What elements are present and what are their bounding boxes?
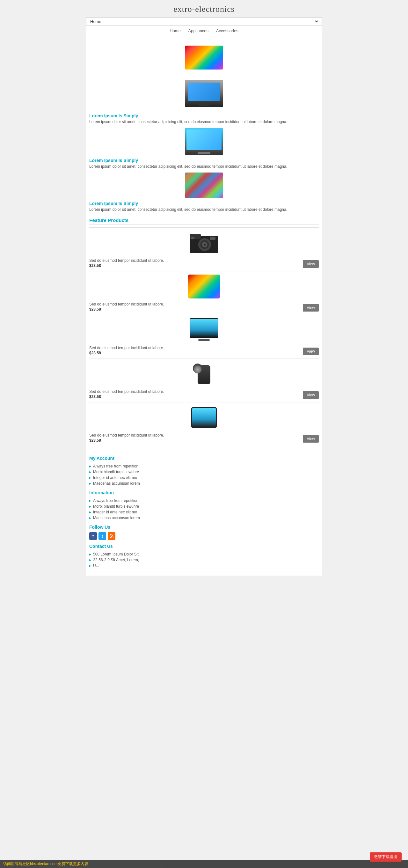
carousel-img-monitors [185,128,223,155]
content-wrapper: Home Appliances Accessories Lorem Ipsum … [86,26,322,576]
svg-rect-6 [210,237,216,240]
nav-bar: Home Home Appliances Accessories [86,17,322,26]
svg-point-8 [109,537,111,538]
my-account-heading: My Account [89,456,319,461]
phone-grip-img [188,362,220,386]
information-link-4[interactable]: Maecenas accumsan lorem [93,516,140,520]
facebook-icon[interactable]: f [89,532,97,540]
tablet-img [188,406,220,430]
rss-svg [109,534,114,538]
product-price-2: $23.58 [89,307,319,312]
nav-wrapper: Home Home Appliances Accessories [86,17,322,26]
product-price-5: $23.58 [89,438,319,443]
my-account-link-4[interactable]: Maecenas accumsan lorem [93,481,140,486]
view-button-1[interactable]: View [303,260,319,268]
section-heading-2: Lorem Ipsum Is Simply [89,158,319,163]
product-desc-2: Sed do eiusmod tempor incididunt ut labo… [89,302,319,306]
my-account-list: Always free from repetition Morbi blandi… [89,463,319,486]
product-image-monitor [89,318,319,343]
category-nav: Home Appliances Accessories [86,26,322,36]
view-button-3[interactable]: View [303,348,319,355]
carousel-image-3 [89,128,319,156]
section-heading-3: Lorem Ipsum Is Simply [89,201,319,206]
main-content: Lorem Ipsum Is Simply Lorem ipsum dolor … [86,36,322,453]
information-item-3: Integer id ante nec elit mo [89,509,319,515]
bbs-bar: 访问同号与社区bbs.xienlao.com免费下载更多内容 [0,860,408,868]
section-text-2: Lorem ipsum dolor sit amet, consectetur … [89,163,319,169]
product-price-3: $23.58 [89,351,319,355]
footer-my-account: My Account Always free from repetition M… [86,453,322,576]
cat-nav-home[interactable]: Home [169,28,181,33]
contact-line-3: U... [89,563,319,568]
cat-nav-accessories[interactable]: Accessories [216,28,239,33]
site-header: extro-electronics [0,0,408,17]
nav-dropdown[interactable]: Home Home Appliances Accessories [89,19,319,24]
my-account-link-3[interactable]: Integer id ante nec elit mo [93,475,137,480]
product-image-phone-grip [89,362,319,387]
feature-product-3: Sed do eiusmod tempor incididunt ut labo… [89,315,319,359]
product-image-phones [89,275,319,300]
product-desc-1: Sed do eiusmod tempor incididunt ut labo… [89,258,319,263]
section-text-1: Lorem ipsum dolor sit amet, consectetur … [89,119,319,125]
phones-img [188,275,220,299]
my-account-link-2[interactable]: Morbi blandit turpis ewuhre [93,470,139,474]
section-heading-1: Lorem Ipsum Is Simply [89,113,319,118]
contact-us-list: 500 Lorem Ipsum Dolor Sit, 22-56-2-9 Sit… [89,551,319,568]
rss-icon[interactable] [108,532,115,540]
information-link-3[interactable]: Integer id ante nec elit mo [93,510,137,514]
follow-us-heading: Follow Us [89,525,319,530]
view-button-4[interactable]: View [303,391,319,399]
product-desc-5: Sed do eiusmod tempor incididunt ut labo… [89,433,319,437]
product-desc-4: Sed do eiusmod tempor incididunt ut labo… [89,390,319,394]
information-item-4: Maecenas accumsan lorem [89,515,319,521]
monitor-img [188,318,220,342]
contact-line-2: 22-56-2-9 Sit Amet, Lorem, [89,557,319,563]
information-heading: Information [89,490,319,495]
information-link-2[interactable]: Morbi blandit turpis ewuhre [93,504,139,508]
product-image-camera [89,231,319,256]
social-icons-container: f t [89,532,319,540]
watermark-button[interactable]: 敬请下载搜搜 [370,852,402,862]
carousel-image-1 [89,42,319,74]
feature-product-4: Sed do eiusmod tempor incididunt ut labo… [89,359,319,402]
information-link-1[interactable]: Always free from repetition [93,498,138,503]
page-wrapper: extro-electronics Home Home Appliances A… [0,0,408,868]
feature-product-2: Sed do eiusmod tempor incididunt ut labo… [89,271,319,315]
information-item-1: Always free from repetition [89,498,319,503]
my-account-item-4: Maecenas accumsan lorem [89,480,319,486]
feature-product-1: Sed do eiusmod tempor incididunt ut labo… [89,228,319,271]
carousel-img-tv [185,80,223,107]
product-price-4: $23.58 [89,395,319,399]
product-desc-3: Sed do eiusmod tempor incididunt ut labo… [89,346,319,350]
contact-us-heading: Contact Us [89,544,319,549]
carousel-img-ipods [185,45,223,69]
twitter-icon[interactable]: t [98,532,106,540]
carousel-image-2 [89,77,319,111]
product-image-tablet [89,406,319,431]
product-price-1: $23.58 [89,264,319,268]
carousel-img-ipod-nano [185,173,223,198]
feature-product-5: Sed do eiusmod tempor incididunt ut labo… [89,402,319,446]
feature-products-title: Feature Products [89,217,319,225]
view-button-5[interactable]: View [303,435,319,443]
information-item-2: Morbi blandit turpis ewuhre [89,503,319,509]
information-list: Always free from repetition Morbi blandi… [89,498,319,521]
contact-line-1: 500 Lorem Ipsum Dolor Sit, [89,551,319,557]
view-button-2[interactable]: View [303,304,319,312]
my-account-item-3: Integer id ante nec elit mo [89,475,319,480]
my-account-item-1: Always free from repetition [89,463,319,469]
carousel-image-4 [89,173,319,199]
svg-point-5 [204,244,206,246]
site-title: extro-electronics [174,4,234,14]
my-account-link-1[interactable]: Always free from repetition [93,464,138,468]
section-text-3: Lorem ipsum dolor sit amet, consectetur … [89,207,319,212]
svg-rect-7 [191,237,194,239]
my-account-item-2: Morbi blandit turpis ewuhre [89,469,319,475]
camera-svg [188,231,220,255]
cat-nav-appliances[interactable]: Appliances [188,28,209,33]
